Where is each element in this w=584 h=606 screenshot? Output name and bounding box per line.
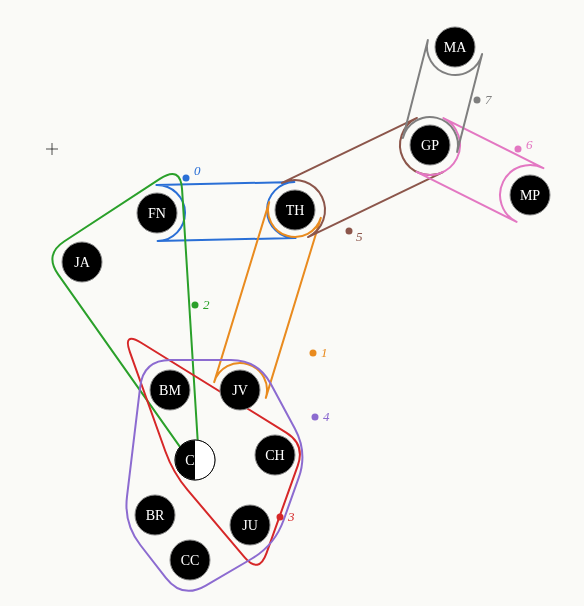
group-labels: 01234567: [183, 92, 534, 524]
group-handle-5[interactable]: [346, 228, 353, 235]
group-handle-2[interactable]: [192, 302, 199, 309]
group-label-3: 3: [287, 509, 295, 524]
node-cc[interactable]: CC: [170, 540, 210, 580]
node-ma[interactable]: MA: [435, 27, 475, 67]
node-label-ma: MA: [444, 40, 467, 55]
euler-diagram: MAGPMPTHFNJABMJVCNCNCHBRJUCC01234567: [0, 0, 584, 606]
group-handle-0[interactable]: [183, 175, 190, 182]
group-hulls: [52, 40, 543, 591]
group-label-6: 6: [526, 137, 533, 152]
node-th[interactable]: TH: [275, 190, 315, 230]
node-gp[interactable]: GP: [410, 125, 450, 165]
node-label-ju: JU: [242, 518, 258, 533]
node-label-ja: JA: [74, 255, 90, 270]
group-handle-6[interactable]: [515, 146, 522, 153]
node-ju[interactable]: JU: [230, 505, 270, 545]
node-label-br: BR: [146, 508, 165, 523]
group-label-7: 7: [485, 92, 492, 107]
node-label-mp: MP: [520, 188, 540, 203]
node-fn[interactable]: FN: [137, 193, 177, 233]
node-label-gp: GP: [421, 138, 439, 153]
node-jv[interactable]: JV: [220, 370, 260, 410]
group-handle-3[interactable]: [277, 514, 284, 521]
group-handle-4[interactable]: [312, 414, 319, 421]
nodes: MAGPMPTHFNJABMJVCNCNCHBRJUCC: [62, 27, 550, 580]
node-br[interactable]: BR: [135, 495, 175, 535]
group-label-0: 0: [194, 163, 201, 178]
node-cn[interactable]: CNCN: [175, 440, 215, 480]
node-mp[interactable]: MP: [510, 175, 550, 215]
node-ch[interactable]: CH: [255, 435, 295, 475]
node-bm[interactable]: BM: [150, 370, 190, 410]
node-ja[interactable]: JA: [62, 242, 102, 282]
node-label-jv: JV: [232, 383, 248, 398]
group-hull-1[interactable]: [214, 202, 321, 398]
node-label-th: TH: [286, 203, 305, 218]
node-label-fn: FN: [148, 206, 166, 221]
node-label-bm: BM: [159, 383, 181, 398]
group-label-4: 4: [323, 409, 330, 424]
group-label-1: 1: [321, 345, 328, 360]
node-label-ch: CH: [265, 448, 284, 463]
group-label-2: 2: [203, 297, 210, 312]
group-handle-1[interactable]: [310, 350, 317, 357]
group-label-5: 5: [356, 229, 363, 244]
group-handle-7[interactable]: [474, 97, 481, 104]
node-label-cc: CC: [181, 553, 200, 568]
